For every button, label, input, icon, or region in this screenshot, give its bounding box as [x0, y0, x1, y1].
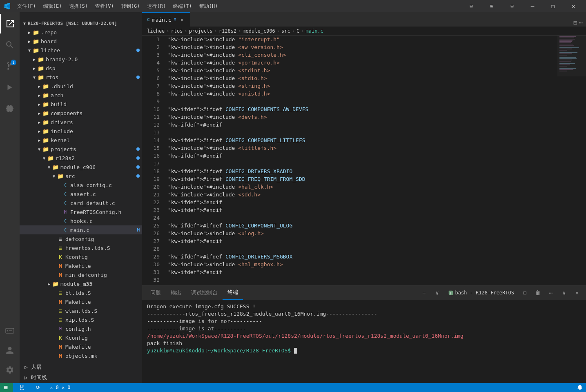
- tree-item-config_h[interactable]: Hconfig.h: [20, 324, 142, 333]
- tab-close-button[interactable]: ✕: [179, 16, 185, 23]
- terminal-chevron-icon[interactable]: ∨: [432, 287, 443, 298]
- large-outline-section[interactable]: ▷ 大屠: [20, 362, 142, 372]
- breadcrumb-item[interactable]: C: [296, 28, 299, 34]
- menu-item[interactable]: 选择(S): [66, 2, 91, 11]
- terminal-tab-问题[interactable]: 问题: [145, 285, 166, 300]
- tree-item-brandy[interactable]: ▶📁brandy-2.0: [20, 55, 142, 64]
- wsl-status[interactable]: [0, 383, 13, 392]
- tree-item-build[interactable]: ▶📁build: [20, 100, 142, 109]
- tree-item-repo[interactable]: ▶📁.repo: [20, 28, 142, 37]
- more-icon[interactable]: ⊟: [503, 0, 521, 12]
- tree-item-assert[interactable]: Cassert.c: [20, 189, 142, 198]
- tree-item-board[interactable]: ▶📁board: [20, 37, 142, 46]
- tree-item-xip_lds[interactable]: ≡xip.lds.S: [20, 315, 142, 324]
- breadcrumb-item[interactable]: projects: [189, 28, 213, 34]
- terminal-tab-输出[interactable]: 输出: [166, 285, 186, 300]
- terminal-line: ----------image is for nor----------: [147, 318, 581, 325]
- settings-activity-icon[interactable]: [0, 360, 20, 380]
- notifications-button[interactable]: [574, 383, 586, 392]
- search-activity-icon[interactable]: [0, 35, 20, 55]
- menu-item[interactable]: 转到(G): [118, 2, 143, 11]
- tab-main-c[interactable]: C main.c M ✕: [142, 12, 190, 27]
- tree-item-makefile2[interactable]: MMakefile: [20, 297, 142, 306]
- split-terminal-button[interactable]: ⊟: [519, 287, 530, 298]
- tree-item-projects[interactable]: ▼📁projects: [20, 145, 142, 154]
- tree-item-bt_lds[interactable]: ≡bt.lds.S: [20, 288, 142, 297]
- terminal-maximize-button[interactable]: ∧: [558, 287, 570, 298]
- tree-item-freertos_lds[interactable]: ≡freertos.lds.S: [20, 243, 142, 252]
- line-ending-status[interactable]: [561, 383, 567, 392]
- terminal-close-button[interactable]: ✕: [571, 287, 583, 298]
- terminal-tab-调试控制台[interactable]: 调试控制台: [186, 285, 223, 300]
- menu-item[interactable]: 文件(F): [14, 2, 39, 11]
- breadcrumb-item[interactable]: src: [281, 28, 290, 34]
- minimize-button[interactable]: ─: [523, 0, 542, 12]
- tree-item-drivers[interactable]: ▶📁drivers: [20, 118, 142, 127]
- encoding-status[interactable]: [554, 383, 561, 392]
- breadcrumb-item[interactable]: module_c906: [243, 28, 275, 34]
- tree-item-freertos_config[interactable]: HFreeRTOSConfig.h: [20, 207, 142, 216]
- breadcrumb-item[interactable]: r128s2: [219, 28, 236, 34]
- tree-item-r128[interactable]: ▼R128-FREERTOS [WSL: UBUNTU-22.04]: [20, 19, 142, 28]
- tree-item-wlan_lds[interactable]: ≡wlan.lds.S: [20, 306, 142, 315]
- indentation-status[interactable]: [548, 383, 554, 392]
- sync-status[interactable]: ⟳: [33, 383, 43, 392]
- tree-item-card_default[interactable]: Ccard_default.c: [20, 198, 142, 207]
- breadcrumb-item[interactable]: lichee: [147, 28, 165, 34]
- remote-activity-icon[interactable]: [0, 321, 20, 341]
- tree-item-alsa[interactable]: Calsa_config.c: [20, 180, 142, 189]
- breadcrumb-item[interactable]: rtos: [171, 28, 183, 34]
- explorer-activity-icon[interactable]: [0, 14, 20, 33]
- tree-item-rtos[interactable]: ▼📁rtos: [20, 73, 142, 82]
- menu-item[interactable]: 编辑(E): [40, 2, 65, 11]
- close-button[interactable]: ✕: [564, 0, 583, 12]
- code-content[interactable]: "kw-include">#include "interrupt.h""kw-i…: [165, 36, 557, 285]
- tree-item-dsp[interactable]: ▶📁dsp: [20, 64, 142, 73]
- delete-terminal-button[interactable]: 🗑: [532, 287, 544, 298]
- add-terminal-button[interactable]: +: [419, 287, 430, 298]
- menu-item[interactable]: 查看(V): [92, 2, 117, 11]
- tree-item-r128s2[interactable]: ▼📁r128s2: [20, 154, 142, 163]
- tree-item-module_c906[interactable]: ▼📁module_c906: [20, 163, 142, 172]
- tree-item-main_c[interactable]: Cmain.cM: [20, 225, 142, 234]
- menu-item[interactable]: 帮助(H): [196, 2, 221, 11]
- tree-item-defconfig[interactable]: ≡defconfig: [20, 234, 142, 243]
- tree-item-module_m33[interactable]: ▶📁module_m33: [20, 279, 142, 288]
- extensions-activity-icon[interactable]: [0, 99, 20, 118]
- tree-item-components[interactable]: ▶📁components: [20, 109, 142, 118]
- tree-item-kconfig2[interactable]: KKconfig: [20, 333, 142, 342]
- layout-icon[interactable]: ⊟: [462, 0, 481, 12]
- breadcrumb-item[interactable]: main.c: [305, 28, 323, 34]
- more-actions-icon[interactable]: ⋯: [579, 19, 583, 27]
- account-activity-icon[interactable]: [0, 341, 20, 360]
- run-activity-icon[interactable]: [0, 78, 20, 97]
- tree-item-hooks[interactable]: Chooks.c: [20, 216, 142, 225]
- code-line: "kw-include">#include "FreeRTOS.h": [168, 284, 557, 285]
- tree-item-kconfig[interactable]: KKconfig: [20, 252, 142, 261]
- errors-status[interactable]: ⚠ 0 ✕ 0: [47, 383, 74, 392]
- timeline-section[interactable]: ▷ 时间线: [20, 372, 142, 383]
- language-status[interactable]: [567, 383, 574, 392]
- terminal-content[interactable]: Dragon execute image.cfg SUCCESS !------…: [142, 300, 586, 383]
- restore-button[interactable]: ❐: [544, 0, 562, 12]
- tree-item-dbuild[interactable]: ▶📁.dbuild: [20, 82, 142, 91]
- cursor-position-status[interactable]: [541, 383, 548, 392]
- source-control-activity-icon[interactable]: 1: [0, 56, 20, 76]
- tree-item-lichee[interactable]: ▼📁lichee: [20, 46, 142, 55]
- terminal-more-button[interactable]: ⋯: [545, 287, 557, 298]
- split-icon[interactable]: ⊞: [482, 0, 501, 12]
- tree-item-makefile3[interactable]: MMakefile: [20, 342, 142, 351]
- menu-item[interactable]: 运行(R): [144, 2, 169, 11]
- tree-item-min_defconfig[interactable]: Mmin_defconfig: [20, 270, 142, 279]
- breadcrumb-separator: ›: [292, 28, 295, 34]
- tree-item-src[interactable]: ▼📁src: [20, 172, 142, 180]
- tree-item-kernel[interactable]: ▶📁kernel: [20, 136, 142, 145]
- menu-item[interactable]: 终端(T): [170, 2, 195, 11]
- tree-item-include[interactable]: ▶📁include: [20, 127, 142, 136]
- tree-item-arch[interactable]: ▶📁arch: [20, 91, 142, 100]
- git-branch-status[interactable]: [16, 383, 29, 392]
- terminal-tab-终端[interactable]: 终端: [223, 285, 243, 300]
- split-editor-icon[interactable]: ⊟: [573, 19, 577, 27]
- tree-item-objects_mk[interactable]: Mobjects.mk: [20, 351, 142, 360]
- tree-item-makefile[interactable]: MMakefile: [20, 261, 142, 270]
